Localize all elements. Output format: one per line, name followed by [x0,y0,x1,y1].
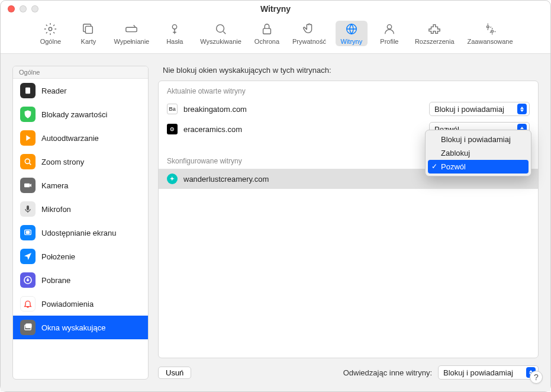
reader-icon [20,83,36,98]
camera-icon [20,178,36,193]
site-name: wanderlustcreamery.com [183,175,423,184]
svg-point-8 [487,26,489,28]
content-area: Ogólne Reader Blokady zawartości Autoodt… [1,54,550,391]
toolbar-label: Profile [380,38,398,45]
svg-point-3 [173,25,177,29]
sidebar-item-page-zoom[interactable]: Zoom strony [13,150,148,173]
sidebar-item-screen-sharing[interactable]: Udostępnianie ekranu [13,221,148,245]
svg-rect-12 [24,184,30,188]
menu-item-allow[interactable]: Pozwól [428,160,529,173]
sidebar-item-popups[interactable]: Okna wyskakujące [13,316,148,339]
search-icon [214,22,228,36]
toolbar-label: Zaawansowane [468,38,513,45]
chevron-updown-icon [517,104,527,114]
sidebar-item-label: Powiadomienia [41,300,94,309]
sidebar-item-label: Reader [41,86,67,95]
svg-rect-2 [126,27,137,31]
zoom-window-button[interactable] [31,5,38,12]
svg-rect-13 [27,205,29,210]
location-icon [20,249,36,264]
svg-rect-18 [26,324,31,328]
visiting-others-label: Odwiedzając inne witryny: [343,368,432,377]
svg-point-11 [25,159,30,163]
toolbar-search[interactable]: Wyszukiwanie [196,21,245,46]
toolbar-tabs[interactable]: Karty [72,21,104,46]
sidebar-item-label: Autoodtwarzanie [41,134,99,143]
lock-icon [260,22,274,36]
sidebar: Ogólne Reader Blokady zawartości Autoodt… [12,66,149,380]
sidebar-item-label: Kamera [41,181,69,190]
visiting-others-select[interactable]: Blokuj i powiadamiaj [438,365,539,380]
main-title: Nie blokuj okien wyskakujących w tych wi… [158,66,539,81]
toolbar-advanced[interactable]: Zaawansowane [464,21,517,46]
sidebar-item-label: Położenie [41,252,75,261]
svg-rect-5 [263,28,271,34]
window-title: Witryny [260,4,291,14]
sidebar-item-location[interactable]: Położenie [13,245,148,268]
titlebar: Witryny [1,1,550,17]
toolbar-label: Hasła [166,38,183,45]
site-name: eraceramics.com [183,125,423,134]
site-row[interactable]: Ba breakingatom.com Blokuj i powiadamiaj [159,99,538,119]
sidebar-item-label: Okna wyskakujące [41,323,105,332]
toolbar-privacy[interactable]: Prywatność [289,21,330,46]
svg-rect-15 [26,231,29,233]
sidebar-item-reader[interactable]: Reader [13,79,148,102]
toolbar-profiles[interactable]: Profile [373,21,405,46]
mic-icon [20,201,36,217]
toolbar-label: Ogólne [40,38,61,45]
menu-item-block[interactable]: Zablokuj [428,146,529,160]
toolbar-general[interactable]: Ogólne [34,21,66,46]
sidebar-item-label: Mikrofon [41,205,71,214]
sidebar-item-autoplay[interactable]: Autoodtwarzanie [13,126,148,150]
site-list-box: Aktualnie otwarte witryny Ba breakingato… [158,81,539,358]
bell-icon [20,296,36,311]
popup-icon [20,320,36,335]
sidebar-item-camera[interactable]: Kamera [13,173,148,197]
preferences-toolbar: Ogólne Karty Wypełnianie Hasła Wyszukiwa… [1,17,550,54]
sidebar-list[interactable]: Reader Blokady zawartości Autoodtwarzani… [13,79,148,379]
svg-point-4 [217,25,224,33]
main-panel: Nie blokuj okien wyskakujących w tych wi… [158,66,539,380]
remove-button[interactable]: Usuń [158,367,191,379]
globe-icon [344,22,359,36]
profile-icon [382,22,397,36]
key-icon [167,22,182,36]
sidebar-item-notifications[interactable]: Powiadomienia [13,292,148,316]
site-setting-select[interactable]: Blokuj i powiadamiaj [429,102,530,116]
site-favicon: ✦ [167,173,178,184]
toolbar-autofill[interactable]: Wypełnianie [110,21,153,46]
toolbar-label: Wyszukiwanie [200,38,241,45]
site-favicon: Ba [167,104,178,114]
sidebar-item-downloads[interactable]: Pobrane [13,268,148,292]
gear-icon [43,22,57,36]
sidebar-item-label: Blokady zawartości [41,110,107,119]
site-name: breakingatom.com [183,105,423,114]
toolbar-label: Ochrona [254,38,279,45]
screen-icon [20,225,36,240]
shield-icon [20,107,36,122]
toolbar-passwords[interactable]: Hasła [159,21,191,46]
sidebar-item-label: Pobrane [41,276,70,285]
menu-item-block-notify[interactable]: Blokuj i powiadamiaj [428,133,529,146]
gears-icon [483,22,497,36]
toolbar-websites[interactable]: Witryny [336,21,368,46]
svg-point-9 [491,30,494,33]
toolbar-label: Prywatność [292,38,326,45]
dropdown-menu: Blokuj i powiadamiaj Zablokuj Pozwól [425,130,531,176]
minimize-window-button[interactable] [20,5,27,12]
toolbar-label: Rozszerzenia [415,38,455,45]
select-value: Blokuj i powiadamiaj [443,368,513,377]
svg-point-7 [387,25,391,29]
sidebar-item-label: Udostępnianie ekranu [41,229,116,237]
download-icon [20,272,36,288]
sidebar-item-microphone[interactable]: Mikrofon [13,197,148,221]
open-sites-header: Aktualnie otwarte witryny [159,81,538,99]
sidebar-item-content-blockers[interactable]: Blokady zawartości [13,102,148,126]
help-button[interactable]: ? [530,371,543,384]
close-window-button[interactable] [8,5,15,12]
toolbar-extensions[interactable]: Rozszerzenia [411,21,458,46]
toolbar-security[interactable]: Ochrona [251,21,283,46]
toolbar-label: Karty [81,38,96,45]
extensions-icon [427,22,442,36]
